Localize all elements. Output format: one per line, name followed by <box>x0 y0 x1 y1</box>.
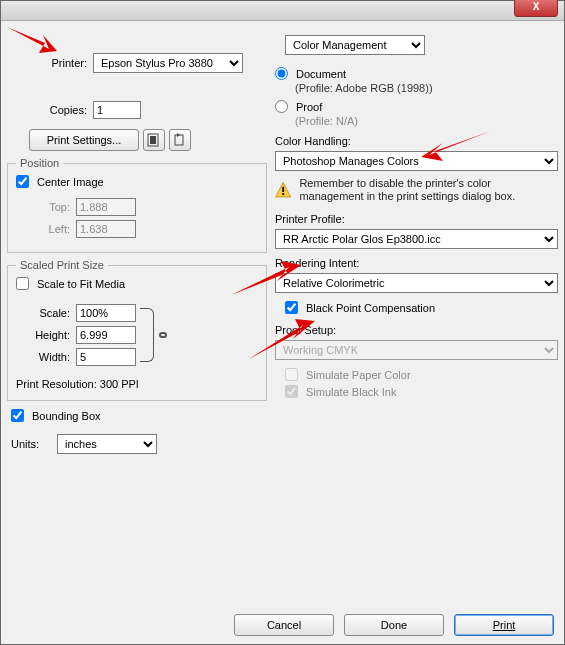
simulate-black-label: Simulate Black Ink <box>306 386 396 398</box>
rendering-intent-select[interactable]: Relative Colorimetric <box>275 273 558 293</box>
units-label: Units: <box>11 438 51 450</box>
width-label: Width: <box>16 351 70 363</box>
scale-label: Scale: <box>16 307 70 319</box>
color-handling-select[interactable]: Photoshop Manages Colors <box>275 151 558 171</box>
page-layout-icon <box>147 133 161 147</box>
link-icon[interactable] <box>157 329 169 344</box>
print-button[interactable]: Print <box>454 614 554 636</box>
done-button[interactable]: Done <box>344 614 444 636</box>
rendering-intent-label: Rendering Intent: <box>275 257 558 269</box>
scaled-legend: Scaled Print Size <box>16 259 108 271</box>
top-label: Top: <box>16 201 70 213</box>
warning-icon <box>275 177 291 203</box>
document-radio-label: Document <box>296 68 346 80</box>
color-management-dropdown[interactable]: Color Management <box>285 35 425 55</box>
left-label: Left: <box>16 223 70 235</box>
titlebar: X <box>1 1 564 21</box>
svg-rect-4 <box>282 187 284 192</box>
width-input[interactable] <box>76 348 136 366</box>
simulate-paper-checkbox: Simulate Paper Color <box>285 368 558 381</box>
page-rotate-icon <box>173 133 187 147</box>
svg-rect-5 <box>282 193 284 195</box>
units-select[interactable]: inches <box>57 434 157 454</box>
print-button-label: Print <box>493 619 516 631</box>
page-rotate-icon-button[interactable] <box>169 129 191 151</box>
proof-profile-text: (Profile: N/A) <box>295 115 558 127</box>
height-label: Height: <box>16 329 70 341</box>
printer-select[interactable]: Epson Stylus Pro 3880 <box>93 53 243 73</box>
svg-rect-2 <box>175 135 183 145</box>
printer-label: Printer: <box>43 57 87 69</box>
scale-to-fit-checkbox[interactable]: Scale to Fit Media <box>16 277 125 290</box>
document-radio[interactable]: Document <box>275 67 346 80</box>
document-profile-text: (Profile: Adobe RGB (1998)) <box>295 82 558 94</box>
printer-profile-label: Printer Profile: <box>275 213 558 225</box>
close-button[interactable]: X <box>514 0 558 17</box>
scaled-print-size-group: Scaled Print Size Scale to Fit Media Sca… <box>7 259 267 401</box>
bounding-box-checkbox[interactable]: Bounding Box <box>11 409 267 422</box>
proof-setup-select: Working CMYK <box>275 340 558 360</box>
printer-profile-select[interactable]: RR Arctic Polar Glos Ep3800.icc <box>275 229 558 249</box>
copies-input[interactable] <box>93 101 141 119</box>
scale-input[interactable] <box>76 304 136 322</box>
svg-rect-1 <box>150 136 156 144</box>
copies-label: Copies: <box>43 104 87 116</box>
top-input <box>76 198 136 216</box>
color-handling-label: Color Handling: <box>275 135 558 147</box>
simulate-black-checkbox: Simulate Black Ink <box>285 385 558 398</box>
black-point-label: Black Point Compensation <box>306 302 435 314</box>
position-group: Position Center Image Top: Left: <box>7 157 267 253</box>
proof-setup-label: Proof Setup: <box>275 324 558 336</box>
cancel-button[interactable]: Cancel <box>234 614 334 636</box>
print-resolution-text: Print Resolution: 300 PPI <box>16 378 258 390</box>
simulate-paper-label: Simulate Paper Color <box>306 369 411 381</box>
black-point-checkbox[interactable]: Black Point Compensation <box>285 301 558 314</box>
position-legend: Position <box>16 157 63 169</box>
warning-text: Remember to disable the printer's color … <box>299 177 558 203</box>
center-image-label: Center Image <box>37 176 104 188</box>
center-image-checkbox[interactable]: Center Image <box>16 175 104 188</box>
print-dialog: X Printer: Epson Stylus Pro 3880 Copies:… <box>0 0 565 645</box>
bounding-box-label: Bounding Box <box>32 410 101 422</box>
print-settings-button[interactable]: Print Settings... <box>29 129 139 151</box>
height-input[interactable] <box>76 326 136 344</box>
scale-to-fit-label: Scale to Fit Media <box>37 278 125 290</box>
proof-radio[interactable]: Proof <box>275 100 322 113</box>
left-input <box>76 220 136 238</box>
proof-radio-label: Proof <box>296 101 322 113</box>
link-bracket <box>140 308 154 362</box>
page-layout-icon-button[interactable] <box>143 129 165 151</box>
